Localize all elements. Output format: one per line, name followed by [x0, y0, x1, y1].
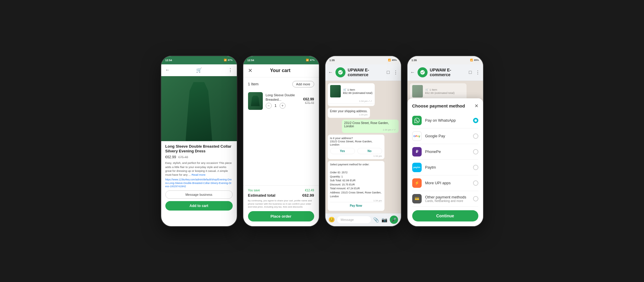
order-info: 🛒 1 Item €62.99 (estimated total) [343, 88, 373, 94]
item-dress [251, 96, 260, 106]
phone4-chat-icons: □ ⋮ [469, 70, 480, 75]
modal-header: Choose payment method ✕ [412, 103, 478, 109]
phones-container: 12:54 📶 87% ← 🛒 ⋮ Long Sleeve Double Bre… [155, 44, 490, 239]
order-thumbnail [330, 85, 341, 97]
message-business-button[interactable]: Message business [165, 190, 233, 199]
more-icon[interactable]: ⋮ [393, 70, 398, 75]
upi-payment-label: More UPI apps [425, 181, 469, 185]
modal-title: Choose payment method [412, 103, 465, 108]
phone3-status-icons: 📶 85% [388, 59, 397, 61]
product-description: Easy, stylish, and perfect for any occas… [165, 161, 233, 177]
signal-icon: 📶 [306, 59, 309, 61]
mic-button[interactable]: 🎤 [390, 216, 398, 224]
other-radio[interactable] [473, 196, 478, 201]
message-input[interactable]: Message [337, 216, 371, 223]
more-icon[interactable]: ⋮ [228, 67, 233, 73]
phone4-status-icons: 📶 85% [470, 59, 479, 61]
order-card: 🛒 1 Item €62.99 (estimated total) 1:34 p… [328, 83, 375, 106]
phone4-business-avatar [418, 67, 428, 77]
add-more-button[interactable]: Add more [292, 81, 314, 87]
payment-prompt-bubble: Select payment method for order: Order I… [328, 161, 384, 211]
gpay-payment-label: Google Pay [425, 134, 469, 138]
bg-order-thumb [412, 85, 423, 97]
phone4-time: 1:35 [412, 59, 417, 62]
phone2-status-bar: 12:54 📶 87% [243, 56, 319, 64]
cart-icon[interactable]: 🛒 [196, 67, 202, 73]
payment-option-whatsapp[interactable]: Pay on WhatsApp [412, 113, 478, 128]
qty-increase-button[interactable]: + [280, 103, 286, 109]
add-to-cart-button[interactable]: Add to cart [165, 201, 233, 211]
back-icon[interactable]: ← [165, 67, 170, 73]
phonepe-payment-label: PhonePe [425, 149, 469, 154]
order-card-header: 🛒 1 Item €62.99 (estimated total) [328, 83, 375, 99]
savings-label: You save [248, 189, 260, 192]
phonepe-radio[interactable] [473, 149, 478, 154]
back-icon[interactable]: ← [328, 70, 333, 75]
item-current-price: €62.99 [303, 97, 314, 101]
phone4-whatsapp-header: ← UPWAW E-commerce □ ⋮ [407, 64, 483, 81]
continue-button[interactable]: Continue [412, 210, 478, 221]
battery-icon: 85% [392, 59, 397, 61]
phone-1: 12:54 📶 87% ← 🛒 ⋮ Long Sleeve Double Bre… [161, 56, 237, 227]
cart-item-thumbnail [248, 92, 263, 110]
qty-decrease-button[interactable]: − [266, 103, 272, 109]
phone4-chat-background: 🛒 1 Item €62.99 (estimated total) 1:34 p… [407, 81, 483, 226]
payment-option-upi[interactable]: ⚡ More UPI apps [412, 175, 478, 191]
phone-2: 12:54 📶 87% ✕ Your cart 1 Item Add more … [243, 56, 319, 227]
cart-disclaimer: By continuing, you agree to share your c… [248, 199, 314, 208]
phone3-time: 1:35 [330, 59, 335, 62]
payment-method-modal: Choose payment method ✕ Pay on WhatsApp … [407, 98, 483, 226]
message-input-bar: 😊 Message 📎 📷 🎤 [325, 213, 401, 226]
signal-icon: 📶 [470, 59, 473, 61]
pay-now-button[interactable]: Pay Now [330, 202, 382, 209]
whatsapp-radio[interactable] [473, 118, 478, 123]
bg-order-info: 🛒 1 Item €62.99 (estimated total) [425, 88, 455, 94]
payment-option-other[interactable]: 💳 Other payment methods Cards, NetBankin… [412, 191, 478, 207]
chat-action-icons: □ ⋮ [387, 70, 398, 75]
battery-icon: 85% [474, 59, 479, 61]
confirm-time: 1:34 pm [330, 155, 382, 157]
view-cart-button[interactable]: View sent cart [328, 104, 375, 106]
phone4-business-name: UPWAW E-commerce [430, 68, 467, 77]
estimated-total-label: Estimated total [248, 193, 275, 198]
video-icon[interactable]: □ [387, 70, 390, 75]
no-button[interactable]: No [357, 148, 382, 154]
product-link[interactable]: https://www.123turkey.com/admin/default/… [165, 178, 233, 188]
read-more-link[interactable]: Read more [192, 173, 206, 176]
message-placeholder: Message [341, 218, 354, 221]
other-payment-icon: 💳 [412, 194, 422, 203]
cart-items-bar: 1 Item Add more [243, 77, 319, 90]
payment-time: 1:34 pm [330, 199, 382, 202]
signal-icon: 📶 [388, 59, 391, 61]
payment-option-phonepe[interactable]: ₽ PhonePe [412, 144, 478, 160]
video-icon[interactable]: □ [469, 70, 472, 75]
bg-order-card-header: 🛒 1 Item €62.99 (estimated total) [410, 83, 467, 99]
back-icon[interactable]: ← [410, 70, 415, 75]
upi-payment-icon: ⚡ [412, 178, 422, 188]
address-bubble: 231/2 Cross Street, Rose Garden, London … [342, 120, 399, 133]
yes-button[interactable]: Yes [330, 148, 355, 154]
camera-icon[interactable]: 📷 [381, 217, 387, 223]
payment-option-gpay[interactable]: GPay Google Pay [412, 128, 478, 144]
payment-option-paytm[interactable]: paytm Paytm [412, 160, 478, 175]
order-price: €62.99 (estimated total) [343, 91, 373, 94]
more-icon[interactable]: ⋮ [475, 70, 480, 75]
upi-radio[interactable] [473, 180, 478, 186]
cart-item-price: €62.99 €75.48 [303, 97, 314, 105]
other-payment-label: Other payment methods [425, 195, 469, 199]
gpay-radio[interactable] [473, 133, 478, 139]
phone-4: 1:35 📶 85% ← UPWAW E-commerce □ ⋮ [407, 56, 484, 227]
whatsapp-payment-icon [412, 116, 422, 125]
mic-icon: 🎤 [392, 218, 396, 222]
close-icon[interactable]: ✕ [248, 67, 252, 74]
chat-body: 🛒 1 Item €62.99 (estimated total) 1:34 p… [325, 81, 401, 213]
place-order-button[interactable]: Place order [248, 211, 314, 221]
emoji-icon[interactable]: 😊 [328, 216, 335, 223]
paytm-radio[interactable] [473, 165, 478, 170]
cart-title: Your cart [270, 68, 290, 73]
modal-close-button[interactable]: ✕ [475, 103, 478, 109]
attach-icon[interactable]: 📎 [373, 217, 379, 223]
cart-header: ✕ Your cart [243, 64, 319, 77]
phone1-status-bar: 12:54 📶 87% [161, 56, 237, 64]
cart-item-name: Long Sleeve Double Breasted... [266, 93, 300, 102]
